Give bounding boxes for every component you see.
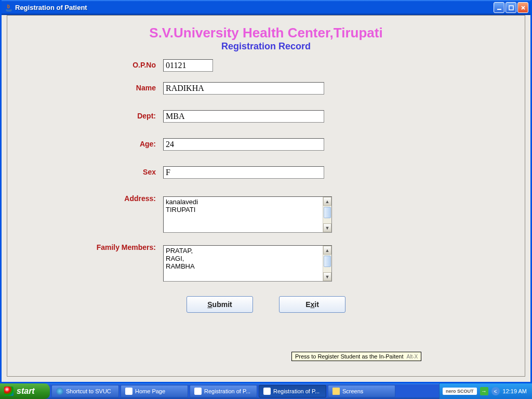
taskbar-item-active[interactable]: Registration of P... (259, 385, 326, 397)
content-panel: S.V.University Health Center,Tirupati Re… (7, 15, 525, 377)
name-label: Name (7, 82, 163, 92)
submit-button[interactable]: Submit (187, 296, 253, 313)
ie-icon (56, 388, 63, 395)
scroll-down-icon[interactable]: ▼ (323, 272, 331, 281)
scroll-up-icon[interactable]: ▲ (323, 197, 331, 206)
svg-rect-0 (497, 9, 501, 10)
tray-arrow-icon[interactable]: → (480, 387, 488, 395)
folder-icon (332, 388, 340, 395)
exit-button[interactable]: Exit (279, 296, 345, 313)
tray-clock: 12:19 AM (503, 388, 527, 394)
tooltip-text: Press to Register Student as the In-Pait… (295, 353, 404, 360)
taskbar-item[interactable]: Shortcut to SVUC (51, 385, 119, 397)
app-window: Registration of Patient S.V.University H… (0, 0, 532, 383)
taskbar-item[interactable]: Screens (328, 385, 395, 397)
taskbar-item[interactable]: Home Page (121, 385, 188, 397)
page-subtitle: Registration Record (7, 41, 525, 52)
page-header: S.V.University Health Center,Tirupati Re… (7, 16, 525, 52)
close-button[interactable] (517, 2, 528, 13)
window-controls (494, 2, 528, 13)
address-scrollbar[interactable]: ▲ ▼ (323, 197, 331, 232)
family-field[interactable] (164, 246, 323, 281)
titlebar[interactable]: Registration of Patient (2, 0, 530, 15)
dept-label: Dept: (7, 110, 163, 120)
minimize-button[interactable] (494, 2, 504, 13)
java-icon (125, 388, 132, 395)
scroll-down-icon[interactable]: ▼ (323, 223, 331, 232)
start-label: start (17, 387, 35, 396)
exit-tooltip: Press to Register Student as the In-Pait… (291, 352, 421, 361)
opno-field[interactable] (163, 59, 213, 72)
start-button[interactable]: start (0, 383, 50, 399)
system-tray[interactable]: nero SCOUT → < 12:19 AM (439, 383, 532, 399)
java-icon (263, 388, 271, 395)
family-wrapper: ▲ ▼ (163, 245, 332, 282)
java-icon (5, 4, 13, 12)
scroll-thumb[interactable] (324, 256, 331, 267)
window-title: Registration of Patient (15, 4, 494, 11)
scroll-up-icon[interactable]: ▲ (323, 246, 331, 255)
age-field[interactable] (163, 138, 324, 151)
dept-field[interactable] (163, 110, 324, 123)
maximize-button[interactable] (506, 2, 516, 13)
name-field[interactable] (163, 82, 324, 95)
address-label: Address: (7, 194, 163, 203)
address-wrapper: ▲ ▼ (163, 196, 332, 233)
tooltip-accel: Alt-X (407, 354, 418, 360)
scroll-thumb[interactable] (324, 207, 331, 218)
family-label: Family Members: (7, 243, 163, 251)
family-scrollbar[interactable]: ▲ ▼ (323, 246, 331, 281)
svg-rect-1 (509, 6, 513, 10)
java-icon (194, 388, 202, 395)
windows-logo-icon (4, 387, 14, 396)
age-label: Age: (7, 138, 163, 148)
page-title: S.V.University Health Center,Tirupati (7, 25, 525, 41)
opno-label: O.P.No (7, 59, 163, 69)
taskbar-item[interactable]: Registration of P... (190, 385, 257, 397)
registration-form: O.P.No Name Dept: Age: Sex Address: (7, 59, 525, 313)
sex-label: Sex (7, 166, 163, 176)
nero-tray-icon[interactable]: nero SCOUT (443, 388, 477, 395)
taskbar[interactable]: start Shortcut to SVUC Home Page Registr… (0, 383, 532, 399)
tray-expand-icon[interactable]: < (491, 387, 500, 395)
sex-field[interactable] (163, 166, 324, 179)
button-row: Submit Exit (7, 296, 525, 313)
address-field[interactable] (164, 197, 323, 232)
